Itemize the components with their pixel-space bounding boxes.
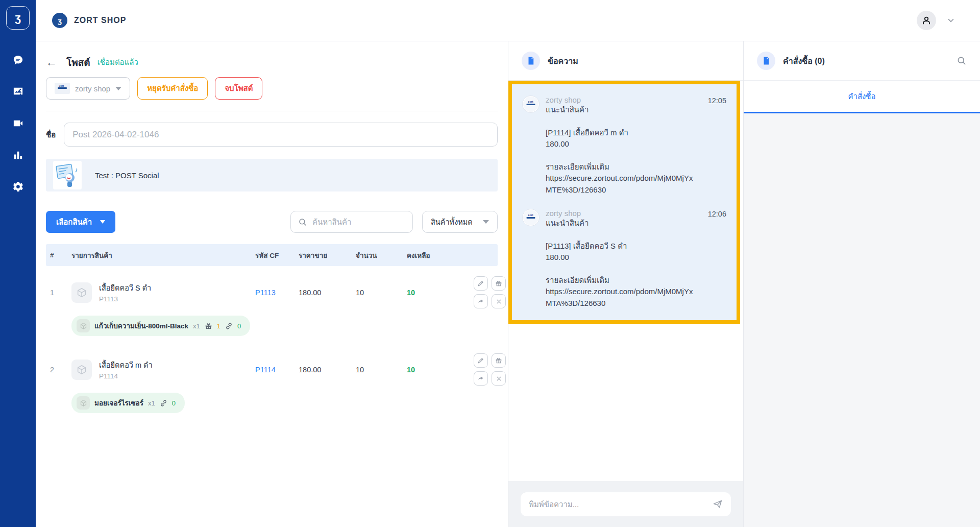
row-index: 1: [46, 289, 71, 297]
search-icon: [298, 218, 307, 227]
addon-pill: มอยเจอร์ไรเซอร์ x1 0: [71, 393, 185, 413]
addon-name: แก้วเก็บความเย็น-800ml-Black: [94, 320, 188, 331]
addon-qty: x1: [148, 399, 155, 407]
link-count: 0: [237, 322, 241, 330]
post-name-row: ชื่อ: [46, 123, 498, 147]
sidebar-item-chat[interactable]: [0, 45, 36, 77]
addon-qty: x1: [193, 322, 200, 330]
orders-header: คำสั่งซื้อ (0): [744, 41, 980, 81]
shop-selector[interactable]: zort zorty shop: [46, 77, 130, 100]
message-url[interactable]: https://secure.zortout.com/pdom/MjM0MjYx: [546, 173, 726, 184]
post-name-input[interactable]: [64, 123, 498, 147]
end-post-button[interactable]: จบโพสต์: [215, 77, 262, 100]
sender-name: zorty shop: [546, 95, 726, 104]
chevron-down-icon: [100, 220, 105, 224]
orders-empty-body: [744, 113, 980, 527]
product-filter-dropdown[interactable]: สินค้าทั้งหมด: [422, 211, 498, 233]
workspace: ← โพสต์ เชื่อมต่อแล้ว zort zorty shop หย…: [36, 41, 980, 527]
sidebar: ʒ: [0, 0, 36, 527]
topbar: ʒ ZORT SHOP: [36, 0, 980, 41]
shop-title: ZORT SHOP: [74, 16, 126, 25]
sidebar-item-reports[interactable]: [0, 140, 36, 172]
connection-status: เชื่อมต่อแล้ว: [97, 56, 138, 68]
message-url[interactable]: MTE%3D/126630: [546, 184, 726, 196]
post-panel: ← โพสต์ เชื่อมต่อแล้ว zort zorty shop หย…: [36, 41, 508, 527]
row-actions: [455, 353, 506, 386]
chevron-down-icon: [483, 220, 489, 224]
zort-logo[interactable]: ʒ: [6, 6, 30, 30]
orders-panel: คำสั่งซื้อ (0) คำสั่งซื้อ: [743, 41, 980, 527]
table-row: 2 เสื้อยืดคอวี m ดำ P1114 P1114: [46, 343, 498, 420]
chat-message-input[interactable]: [529, 500, 707, 509]
post-actions-row: zort zorty shop หยุดรับคำสั่งซื้อ จบโพสต…: [46, 77, 498, 111]
col-cf: รหัส CF: [255, 250, 299, 261]
product-qty: 10: [356, 289, 407, 297]
sender-avatar: zort: [522, 209, 540, 226]
message-url[interactable]: MTA%3D/126630: [546, 298, 726, 309]
search-icon[interactable]: [957, 56, 967, 66]
product-search-input[interactable]: [312, 218, 405, 226]
cf-code-link[interactable]: P1113: [255, 289, 299, 297]
product-cube-icon: [71, 282, 92, 303]
cf-code-link[interactable]: P1114: [255, 366, 299, 374]
send-icon[interactable]: [713, 499, 723, 509]
app-root: ʒ: [0, 0, 980, 527]
share-button[interactable]: [474, 371, 488, 386]
gift-button[interactable]: [492, 353, 506, 368]
shop-selector-label: zorty shop: [75, 84, 110, 93]
tab-orders[interactable]: คำสั่งซื้อ: [848, 90, 875, 103]
share-button[interactable]: [474, 294, 488, 308]
sidebar-item-settings[interactable]: [0, 172, 36, 203]
chat-input-container: [521, 492, 731, 516]
row-index: 2: [46, 366, 71, 374]
link-icon: [225, 322, 233, 330]
select-product-button[interactable]: เลือกสินค้า: [46, 211, 115, 233]
product-cube-icon: [71, 360, 92, 380]
svg-text:zort: zort: [528, 213, 533, 217]
sidebar-item-video[interactable]: [0, 108, 36, 140]
link-icon: [160, 399, 167, 407]
message-url[interactable]: https://secure.zortout.com/pdom/MjM0MjYx: [546, 286, 726, 298]
svg-text:zort: zort: [59, 84, 64, 87]
message-time: 12:05: [708, 97, 726, 105]
addon-pill: แก้วเก็บความเย็น-800ml-Black x1 1 0: [71, 316, 250, 336]
sender-avatar: zort: [522, 95, 540, 113]
post-title: โพสต์: [66, 55, 90, 70]
product-remaining: 10: [407, 289, 455, 297]
stop-orders-button[interactable]: หยุดรับคำสั่งซื้อ: [137, 77, 208, 100]
post-source-text: Test : POST Social: [95, 171, 159, 180]
message-product: [P1113] เสื้อยืดคอวี S ดำ: [546, 241, 726, 252]
document-icon: [757, 52, 775, 70]
sidebar-item-gallery[interactable]: [0, 77, 36, 108]
account-menu-chevron-icon[interactable]: [946, 16, 955, 25]
back-arrow-icon[interactable]: ←: [46, 57, 57, 68]
edit-button[interactable]: [474, 353, 488, 368]
message-time: 12:06: [708, 210, 726, 218]
user-avatar[interactable]: [917, 11, 936, 30]
product-sku: P1114: [99, 372, 153, 380]
bar-chart-icon: [12, 149, 24, 163]
gift-count: 1: [217, 322, 220, 330]
highlighted-messages: zort zorty shop 12:05 แนะนำสินค้า [P1114…: [508, 81, 740, 324]
gift-button[interactable]: [492, 276, 506, 291]
addon-cube-icon: [77, 396, 90, 410]
product-sku: P1113: [99, 295, 151, 303]
col-remaining: คงเหลือ: [407, 250, 455, 261]
edit-button[interactable]: [474, 276, 488, 291]
post-header: ← โพสต์ เชื่อมต่อแล้ว: [46, 55, 498, 70]
table-header-row: # รายการสินค้า รหัส CF ราคาขาย จำนวน คงเ…: [46, 244, 498, 266]
link-count: 0: [172, 399, 176, 407]
select-product-label: เลือกสินค้า: [56, 216, 92, 228]
message-details-label: รายละเอียดเพิ่มเติม: [546, 275, 726, 286]
product-search-box: [290, 211, 413, 233]
remove-button[interactable]: [492, 371, 506, 386]
chat-bubble-icon: [12, 54, 24, 68]
product-cell: เสื้อยืดคอวี S ดำ P1113: [71, 282, 255, 303]
post-source-banner: Test : POST Social: [46, 159, 498, 191]
content-area: ʒ ZORT SHOP ← โพสต์ เชื่อมต่อแล้ว: [36, 0, 980, 527]
chat-message: zort zorty shop 12:06 แนะนำสินค้า [P1113…: [522, 209, 726, 309]
remove-button[interactable]: [492, 294, 506, 308]
message-product: [P1114] เสื้อยืดคอวี m ดำ: [546, 127, 726, 139]
post-name-label: ชื่อ: [46, 129, 56, 141]
orders-title: คำสั่งซื้อ (0): [783, 55, 825, 67]
